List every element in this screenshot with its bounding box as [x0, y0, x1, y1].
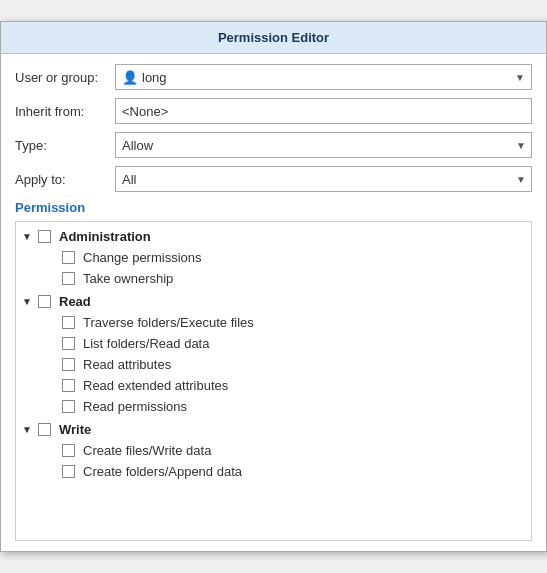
- perm-label-read-permissions: Read permissions: [83, 399, 187, 414]
- perm-item: Create files/Write data: [56, 440, 531, 461]
- permission-editor-dialog: Permission Editor User or group: 👤 long …: [0, 21, 547, 552]
- perm-group-checkbox-write[interactable]: [38, 423, 51, 436]
- perm-group-header-write[interactable]: ▼ Write: [16, 419, 531, 440]
- perm-item: Read permissions: [56, 396, 531, 417]
- chevron-down-icon: ▼: [22, 231, 32, 242]
- perm-checkbox-read-permissions[interactable]: [62, 400, 75, 413]
- perm-checkbox-read-extended-attributes[interactable]: [62, 379, 75, 392]
- user-group-row: User or group: 👤 long ▼: [15, 64, 532, 90]
- perm-checkbox-create-files[interactable]: [62, 444, 75, 457]
- perm-checkbox-list-folders[interactable]: [62, 337, 75, 350]
- perm-items-read: Traverse folders/Execute files List fold…: [16, 312, 531, 417]
- perm-group-administration: ▼ Administration Change permissions Take…: [16, 226, 531, 289]
- perm-group-checkbox-administration[interactable]: [38, 230, 51, 243]
- user-icon: 👤: [122, 70, 138, 85]
- perm-label-create-folders: Create folders/Append data: [83, 464, 242, 479]
- perm-checkbox-take-ownership[interactable]: [62, 272, 75, 285]
- user-group-input[interactable]: 👤 long ▼: [115, 64, 532, 90]
- perm-checkbox-change-permissions[interactable]: [62, 251, 75, 264]
- perm-items-write: Create files/Write data Create folders/A…: [16, 440, 531, 482]
- inherit-from-row: Inherit from:: [15, 98, 532, 124]
- perm-group-read: ▼ Read Traverse folders/Execute files Li…: [16, 291, 531, 417]
- apply-to-row: Apply to: All This folder only Subfolder…: [15, 166, 532, 192]
- dialog-body: User or group: 👤 long ▼ Inherit from: Ty…: [1, 54, 546, 551]
- chevron-down-icon: ▼: [22, 424, 32, 435]
- perm-checkbox-traverse-folders[interactable]: [62, 316, 75, 329]
- chevron-down-icon: ▼: [22, 296, 32, 307]
- perm-label-change-permissions: Change permissions: [83, 250, 202, 265]
- user-group-value: long: [142, 70, 515, 85]
- perm-item: List folders/Read data: [56, 333, 531, 354]
- perm-item: Change permissions: [56, 247, 531, 268]
- perm-group-checkbox-read[interactable]: [38, 295, 51, 308]
- perm-item: Take ownership: [56, 268, 531, 289]
- perm-group-header-read[interactable]: ▼ Read: [16, 291, 531, 312]
- perm-item: Read extended attributes: [56, 375, 531, 396]
- type-row: Type: Allow Deny ▼: [15, 132, 532, 158]
- perm-label-read-extended-attributes: Read extended attributes: [83, 378, 228, 393]
- perm-item: Create folders/Append data: [56, 461, 531, 482]
- perm-group-label-administration: Administration: [59, 229, 151, 244]
- type-select[interactable]: Allow Deny: [115, 132, 532, 158]
- perm-group-label-read: Read: [59, 294, 91, 309]
- inherit-from-input[interactable]: [115, 98, 532, 124]
- perm-group-header-administration[interactable]: ▼ Administration: [16, 226, 531, 247]
- perm-item: Traverse folders/Execute files: [56, 312, 531, 333]
- user-group-label: User or group:: [15, 70, 115, 85]
- type-select-wrapper: Allow Deny ▼: [115, 132, 532, 158]
- apply-to-label: Apply to:: [15, 172, 115, 187]
- user-dropdown-arrow-icon: ▼: [515, 72, 525, 83]
- permission-section-title: Permission: [15, 200, 532, 215]
- perm-label-create-files: Create files/Write data: [83, 443, 211, 458]
- perm-checkbox-read-attributes[interactable]: [62, 358, 75, 371]
- inherit-from-label: Inherit from:: [15, 104, 115, 119]
- perm-items-administration: Change permissions Take ownership: [16, 247, 531, 289]
- perm-checkbox-create-folders[interactable]: [62, 465, 75, 478]
- type-label: Type:: [15, 138, 115, 153]
- perm-label-traverse-folders: Traverse folders/Execute files: [83, 315, 254, 330]
- permission-list: ▼ Administration Change permissions Take…: [15, 221, 532, 541]
- apply-to-select[interactable]: All This folder only Subfolders and file…: [115, 166, 532, 192]
- perm-item: Read attributes: [56, 354, 531, 375]
- dialog-title: Permission Editor: [1, 22, 546, 54]
- perm-group-write: ▼ Write Create files/Write data Create f…: [16, 419, 531, 482]
- perm-label-take-ownership: Take ownership: [83, 271, 173, 286]
- perm-group-label-write: Write: [59, 422, 91, 437]
- apply-to-select-wrapper: All This folder only Subfolders and file…: [115, 166, 532, 192]
- perm-label-read-attributes: Read attributes: [83, 357, 171, 372]
- perm-label-list-folders: List folders/Read data: [83, 336, 209, 351]
